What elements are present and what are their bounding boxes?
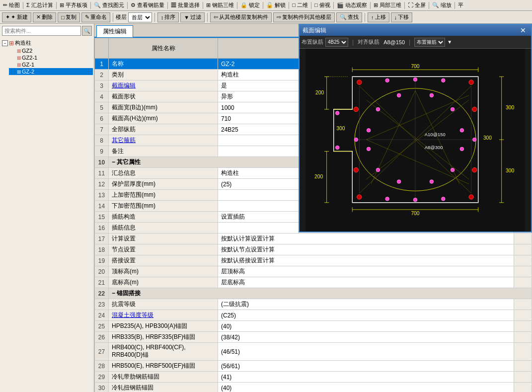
prop-value[interactable]: 层底标高 [218,277,514,288]
prop-name[interactable]: 混凝土强度等级 [109,310,218,321]
svg-text:A8@300: A8@300 [425,145,443,150]
find-button[interactable]: 🔍 查找 [336,12,362,22]
toolbar-value2: A8@150 [383,39,405,45]
tree-item-root[interactable]: − ⊞ 构造柱 [1,39,93,47]
up-button[interactable]: ↑ 上移 [368,12,389,22]
svg-text:200: 200 [315,90,324,95]
dialog-close-button[interactable]: ✕ [518,26,528,34]
prop-name: 冷轧扭钢筋锚固 [109,383,218,392]
svg-point-54 [472,107,477,111]
search-button[interactable]: 🔍 [82,26,92,36]
sort-button[interactable]: ↕ 排序 [157,12,179,22]
table-row[interactable]: 23 抗震等级 (二级抗震) [95,299,532,310]
tree-expand-root[interactable]: − [2,40,8,46]
menu-flatboard[interactable]: ⊞ 平齐板项 [59,1,88,9]
table-row[interactable]: 20 顶标高(m) 层顶标高 [95,266,532,277]
tree-item-gz2[interactable]: ⊞ GZ2 [9,47,93,54]
prop-value[interactable]: 层顶标高 [218,266,514,277]
rename-label: 重命名 [90,13,107,21]
prop-value[interactable]: 按默认节点设置计算 [218,244,514,255]
svg-text:200: 200 [314,174,323,179]
gz2-icon: ⊞ [17,48,21,54]
prop-value[interactable]: (40) [218,383,514,392]
menu-local-3d[interactable]: ⊞ 局部三维 [373,1,402,9]
tree-item-gz-2[interactable]: ⊞ GZ-2 [9,68,93,75]
menu-2d[interactable]: □ 二维 [291,1,309,9]
menu-rebar-3d[interactable]: ⊞ 钢筋三维 [205,1,235,9]
prop-value[interactable]: 按默认搭接设置计算 [218,255,514,266]
table-row[interactable]: 19 搭接设置 按默认搭接设置计算 [95,255,532,266]
menu-lock[interactable]: 🔒 锁定 [239,1,261,9]
gz2-1-icon: ⊞ [17,55,21,61]
copy-button[interactable]: □ 复制 [58,12,80,22]
table-row[interactable]: 17 计算设置 按默认计算设置计算 [95,234,532,244]
stirrup-select[interactable]: 布置箍筋 [414,38,445,47]
table-row[interactable]: 24 混凝土强度等级 (C25) [95,310,532,321]
prop-value[interactable]: (C25) [218,310,514,321]
svg-text:300: 300 [506,105,514,110]
menu-batch-select[interactable]: ☰ 批量选择 [170,1,201,9]
toolbar-dropdown-icon[interactable]: ▼ [447,39,452,45]
cross-section-svg: 700 700 200 [300,49,531,232]
menu-fullscreen[interactable]: ⛶ 全屏 [407,1,427,9]
floor-label: 楼层 [116,13,127,21]
table-row[interactable]: 27 HRB400(C), HRBF400(CF), RRB400(D)锚 (4… [95,343,532,361]
prop-name: 类别 [109,70,218,80]
rename-button[interactable]: ✎ 重命名 [81,12,110,22]
menu-top-view[interactable]: □ 俯视 [313,1,331,9]
prop-name[interactable]: 其它箍筋 [109,135,218,146]
table-row[interactable]: 25 HPB235(A), HPB300(A)锚固 (40) [95,321,532,332]
tree-item-gz-1[interactable]: ⊞ GZ-1 [9,61,93,68]
row-num: 24 [95,310,109,321]
new-button[interactable]: ✦ ✦ 新建 [2,12,31,22]
menu-calculate[interactable]: Σ 汇总计算 [25,1,54,9]
menu-rebar-qty[interactable]: ⚙ 查看钢筋量 [130,1,165,9]
prop-name[interactable]: 截面编辑 [109,80,218,91]
prop-name: 抗震等级 [109,299,218,310]
cross-section-dialog: 截面编辑 ✕ 布置纵筋 4B25 | 对齐纵筋 A8@150 | 布置箍筋 ▼ [299,24,532,233]
menu-dynamic-view[interactable]: 🎬 动态观察 [336,1,368,9]
table-row[interactable]: 30 冷轧扭钢筋锚固 (40) [95,383,532,392]
menu-zoom[interactable]: 🔍 缩放 [431,1,453,9]
down-icon: ↓ [394,14,397,20]
menu-find-element[interactable]: 🔍 查找图元 [93,1,125,9]
svg-point-57 [376,107,380,111]
menu-flat[interactable]: 平 [457,1,464,9]
menu-unlock[interactable]: 🔓 解锁 [265,1,287,9]
down-button[interactable]: ↓ 下移 [391,12,413,22]
table-row[interactable]: 21 底标高(m) 层底标高 [95,277,532,288]
svg-point-43 [413,78,417,81]
menu-draw[interactable]: ✏ 绘图 [2,1,21,9]
filter-button[interactable]: ▼ 过滤 [180,12,205,22]
prop-value[interactable]: (40) [218,321,514,332]
dialog-content: 700 700 200 [300,49,531,232]
delete-button[interactable]: ✕ 删除 [33,12,56,22]
search-input[interactable] [2,26,81,36]
table-row[interactable]: 29 冷轧带肋钢筋锚固 (41) [95,372,532,383]
prop-name: 截面形状 [109,91,218,102]
prop-value[interactable]: (46/51) [218,343,514,361]
toolbar-separator2: | [409,39,410,46]
prop-value[interactable]: (41) [218,372,514,383]
copy-to-floor-button[interactable]: ⇨ 复制构件到其他楼层 [273,12,335,22]
table-row[interactable]: 26 HRB335(B), HRBF335(BF)锚固 (38/42) [95,332,532,343]
svg-point-56 [472,167,477,172]
row-num: 12 [95,179,109,190]
longitudinal-select[interactable]: 4B25 [325,38,348,47]
prop-value[interactable]: (38/42) [218,332,514,343]
table-row[interactable]: 18 节点设置 按默认节点设置计算 [95,244,532,255]
copy-from-floor-button[interactable]: ⇦ 从其他楼层复制构件 [210,12,272,22]
prop-value[interactable]: (56/61) [218,361,514,372]
svg-text:700: 700 [411,64,419,69]
floor-select[interactable]: 首层 [128,12,152,22]
row-num: 5 [95,102,109,113]
tab-property-edit[interactable]: 属性编辑 [96,25,133,37]
prop-name: 下加密范围(mm) [109,201,218,212]
tree-item-gz2-1[interactable]: ⊞ GZ2-1 [9,54,93,61]
table-row[interactable]: 22 − 锚固搭接 [95,288,532,299]
table-row[interactable]: 28 HRB500(E), HRBF500(EF)锚固 (56/61) [95,361,532,372]
new-label: ✦ 新建 [11,13,28,21]
prop-value[interactable]: (二级抗震) [218,299,514,310]
svg-point-46 [357,195,362,199]
prop-value[interactable]: 按默认计算设置计算 [218,234,514,244]
